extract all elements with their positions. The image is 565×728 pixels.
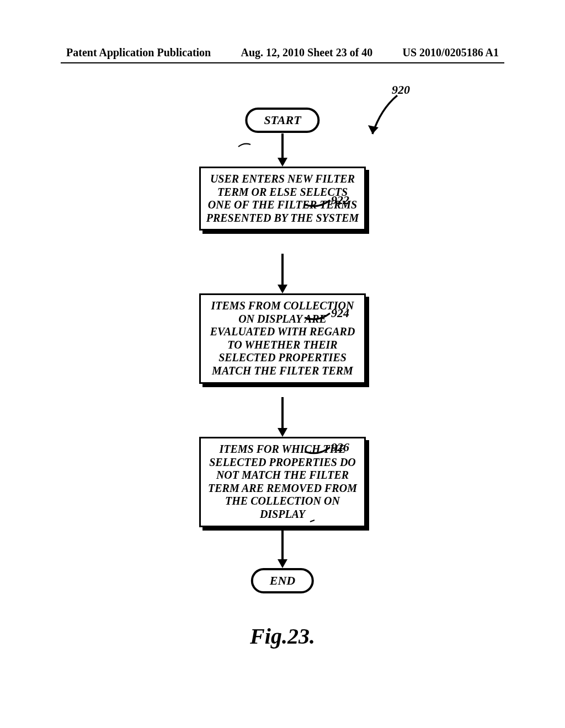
terminal-end: END bbox=[251, 568, 314, 593]
header-rule bbox=[61, 62, 504, 63]
patent-page: Patent Application Publication Aug. 12, … bbox=[0, 0, 565, 728]
terminal-start: START bbox=[245, 108, 319, 133]
tick-mark bbox=[237, 141, 254, 149]
stray-mark bbox=[309, 518, 317, 524]
figure-reference-leader bbox=[342, 93, 414, 153]
svg-marker-0 bbox=[368, 125, 379, 134]
flowchart: 920 START USER ENTERS NEW FILTER TERM OR… bbox=[0, 83, 565, 634]
page-header: Patent Application Publication Aug. 12, … bbox=[0, 46, 565, 63]
header-left: Patent Application Publication bbox=[66, 46, 211, 59]
figure-caption: Fig.23. bbox=[250, 623, 315, 649]
header-right: US 2010/0205186 A1 bbox=[403, 46, 499, 59]
leader-926 bbox=[302, 443, 334, 457]
header-line: Patent Application Publication Aug. 12, … bbox=[0, 46, 565, 59]
header-center: Aug. 12, 2010 Sheet 23 of 40 bbox=[241, 46, 372, 59]
leader-924 bbox=[302, 309, 334, 323]
leader-922 bbox=[302, 196, 334, 210]
